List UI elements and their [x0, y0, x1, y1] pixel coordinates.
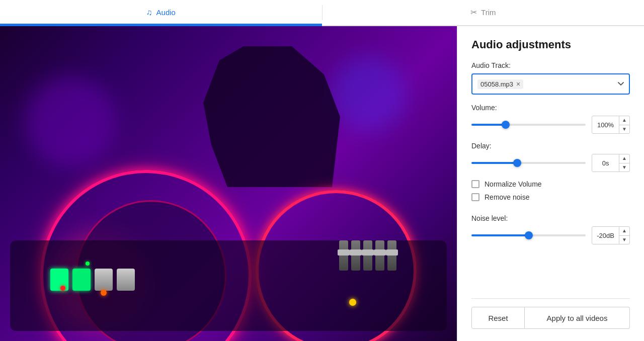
- fader-2: [351, 240, 360, 271]
- tab-audio-label: Audio: [156, 8, 176, 17]
- noise-value-box: -20dB ▲ ▼: [592, 226, 630, 244]
- volume-down[interactable]: ▼: [619, 125, 629, 134]
- audio-panel: Audio adjustments Audio Track: 05058.mp3…: [457, 26, 644, 341]
- fader-4: [375, 240, 384, 271]
- tab-bar: ♫ Audio ✂ Trim: [0, 0, 644, 26]
- noise-slider-row: -20dB ▲ ▼: [471, 226, 630, 244]
- dj-image: [0, 26, 457, 341]
- delay-track: [471, 162, 586, 164]
- audio-track-input[interactable]: 05058.mp3 ×: [471, 73, 630, 95]
- panel-title: Audio adjustments: [471, 38, 630, 51]
- remove-noise-row: Remove noise: [471, 193, 630, 201]
- fader-5: [387, 240, 396, 271]
- ctrl-btn-3: [95, 269, 113, 291]
- delay-thumb[interactable]: [513, 159, 521, 167]
- fader-1: [339, 240, 348, 271]
- delay-section: Delay: 0s ▲ ▼: [471, 142, 630, 172]
- music-icon: ♫: [146, 8, 152, 17]
- noise-up[interactable]: ▲: [619, 227, 629, 236]
- dj-controller: [10, 240, 447, 331]
- ctrl-btn-2: [72, 269, 91, 291]
- volume-track: [471, 124, 586, 126]
- glow-blue: [331, 56, 407, 132]
- volume-label: Volume:: [471, 104, 630, 112]
- video-panel: [0, 26, 457, 341]
- track-tag-name: 05058.mp3: [480, 80, 513, 88]
- scissors-icon: ✂: [470, 8, 477, 17]
- delay-value: 0s: [592, 159, 619, 167]
- light-orange: [101, 290, 107, 296]
- noise-down[interactable]: ▼: [619, 236, 629, 244]
- volume-value: 100%: [592, 121, 619, 129]
- delay-slider-container[interactable]: [471, 158, 586, 168]
- ctrl-btn-4: [117, 269, 135, 291]
- main-content: Audio adjustments Audio Track: 05058.mp3…: [0, 26, 644, 341]
- volume-fill: [471, 124, 506, 126]
- light-green: [86, 262, 90, 266]
- track-tag-close[interactable]: ×: [516, 80, 520, 88]
- volume-slider-row: 100% ▲ ▼: [471, 116, 630, 134]
- noise-level-label: Noise level:: [471, 214, 630, 222]
- remove-noise-label: Remove noise: [485, 193, 530, 201]
- noise-value: -20dB: [592, 232, 619, 239]
- audio-track-tag: 05058.mp3 ×: [477, 79, 523, 89]
- delay-slider-row: 0s ▲ ▼: [471, 154, 630, 172]
- light-red: [60, 286, 65, 291]
- apply-all-videos-button[interactable]: Apply to all videos: [525, 307, 630, 329]
- volume-up[interactable]: ▲: [619, 116, 629, 125]
- volume-thumb[interactable]: [502, 121, 510, 129]
- normalize-checkbox[interactable]: [471, 180, 479, 188]
- fader-3: [363, 240, 372, 271]
- glow-purple: [25, 76, 116, 167]
- noise-thumb[interactable]: [525, 231, 533, 239]
- delay-down[interactable]: ▼: [619, 163, 629, 172]
- volume-section: Volume: 100% ▲ ▼: [471, 104, 630, 134]
- volume-spinners: ▲ ▼: [619, 116, 629, 133]
- reset-button[interactable]: Reset: [471, 307, 525, 329]
- volume-value-box: 100% ▲ ▼: [592, 116, 630, 134]
- noise-section: Noise level: -20dB ▲ ▼: [471, 214, 630, 244]
- checkbox-section: Normalize Volume Remove noise: [471, 180, 630, 206]
- bottom-actions: Reset Apply to all videos: [471, 298, 630, 329]
- delay-value-box: 0s ▲ ▼: [592, 154, 630, 172]
- normalize-row: Normalize Volume: [471, 180, 630, 188]
- hand-silhouette: [195, 46, 356, 187]
- ctrl-btn-1: [50, 269, 68, 291]
- noise-track: [471, 234, 586, 236]
- delay-spinners: ▲ ▼: [619, 154, 629, 172]
- audio-track-field[interactable]: [526, 80, 615, 88]
- light-yellow: [349, 299, 356, 306]
- delay-up[interactable]: ▲: [619, 154, 629, 163]
- normalize-label: Normalize Volume: [485, 180, 542, 188]
- noise-slider-container[interactable]: [471, 230, 586, 240]
- delay-fill: [471, 162, 517, 164]
- tab-trim[interactable]: ✂ Trim: [323, 0, 645, 26]
- volume-slider-container[interactable]: [471, 120, 586, 130]
- noise-spinners: ▲ ▼: [619, 227, 629, 244]
- delay-label: Delay:: [471, 142, 630, 150]
- remove-noise-checkbox[interactable]: [471, 193, 479, 201]
- noise-fill: [471, 234, 529, 236]
- faders: [339, 240, 396, 271]
- audio-track-dropdown[interactable]: [618, 82, 624, 86]
- audio-track-label: Audio Track:: [471, 61, 630, 69]
- tab-audio[interactable]: ♫ Audio: [0, 0, 322, 26]
- tab-trim-label: Trim: [481, 8, 496, 17]
